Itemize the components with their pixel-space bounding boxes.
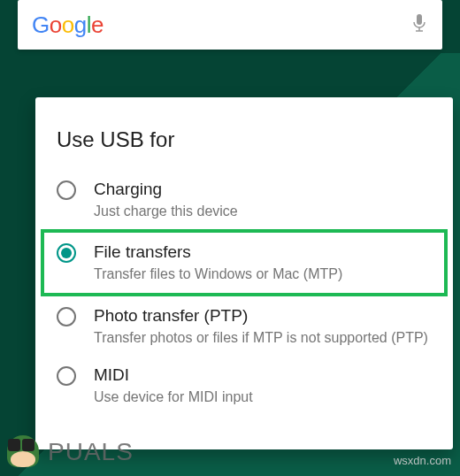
option-text: Charging Just charge this device: [94, 179, 432, 220]
watermark-right: wsxdn.com: [394, 454, 451, 467]
option-title: File transfers: [94, 242, 432, 264]
option-subtitle: Just charge this device: [94, 203, 432, 221]
logo-letter: o: [50, 12, 62, 38]
option-title: MIDI: [94, 365, 432, 387]
option-midi[interactable]: MIDI Use device for MIDI input: [57, 356, 432, 415]
usb-dialog: Use USB for Charging Just charge this de…: [35, 97, 453, 449]
option-text: Photo transfer (PTP) Transfer photos or …: [94, 305, 432, 347]
radio-icon-selected[interactable]: [57, 243, 76, 263]
mic-icon[interactable]: [410, 12, 428, 37]
radio-icon[interactable]: [57, 366, 76, 386]
highlight-box: File transfers Transfer files to Windows…: [41, 229, 448, 296]
option-photo-transfer[interactable]: Photo transfer (PTP) Transfer photos or …: [57, 296, 432, 356]
radio-icon[interactable]: [57, 307, 76, 326]
option-subtitle: Use device for MIDI input: [94, 388, 432, 407]
logo-letter: e: [91, 12, 104, 38]
avatar-icon: [5, 434, 42, 471]
watermark-left: PUALS: [5, 434, 134, 471]
option-charging[interactable]: Charging Just charge this device: [57, 170, 432, 229]
option-title: Charging: [94, 179, 432, 201]
logo-letter: g: [74, 12, 87, 38]
logo-letter: G: [32, 12, 50, 38]
watermark-text: PUALS: [48, 438, 134, 466]
option-text: File transfers Transfer files to Windows…: [94, 242, 432, 283]
option-file-transfers[interactable]: File transfers Transfer files to Windows…: [57, 238, 432, 287]
dialog-title: Use USB for: [57, 127, 432, 152]
radio-icon[interactable]: [57, 180, 76, 200]
logo-letter: o: [62, 12, 74, 38]
option-subtitle: Transfer files to Windows or Mac (MTP): [94, 265, 432, 284]
svg-rect-0: [417, 14, 422, 25]
google-search-bar[interactable]: Google: [18, 0, 442, 50]
option-text: MIDI Use device for MIDI input: [94, 365, 432, 406]
option-subtitle: Transfer photos or files if MTP is not s…: [94, 329, 432, 348]
option-title: Photo transfer (PTP): [94, 305, 432, 327]
google-logo: Google: [32, 12, 104, 39]
